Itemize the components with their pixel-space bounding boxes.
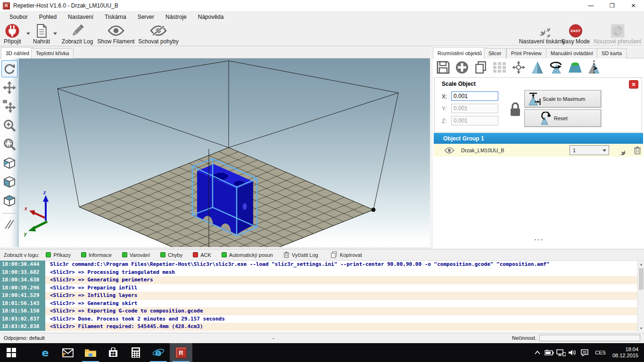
- hide-moves-button[interactable]: Schovat pohyby: [137, 23, 180, 45]
- menu-soubor[interactable]: Soubor: [4, 12, 33, 22]
- start-button[interactable]: [0, 343, 23, 362]
- tray-network-icon[interactable]: [555, 343, 567, 362]
- connection-status: Odpojeno: default: [4, 335, 45, 341]
- scale-x-input[interactable]: [451, 91, 498, 101]
- tab-slicer[interactable]: Slicer: [484, 48, 506, 58]
- tab-manual-control[interactable]: Manuální ovládání: [546, 48, 598, 58]
- copy-object-icon: [474, 61, 487, 74]
- autoposition-button[interactable]: [491, 59, 508, 75]
- restore-button[interactable]: ❐: [602, 0, 623, 12]
- move-object-button[interactable]: [1, 98, 17, 115]
- load-dropdown-caret[interactable]: [53, 33, 57, 35]
- iso-view-button[interactable]: [1, 155, 17, 172]
- close-button[interactable]: ✕: [623, 0, 644, 12]
- tab-temperature-curve[interactable]: Teplotní křivka: [31, 48, 74, 58]
- tab-sd-card[interactable]: SD karta: [597, 48, 627, 58]
- menu-pohled[interactable]: Pohled: [33, 12, 62, 22]
- menu-server[interactable]: Server: [132, 12, 160, 22]
- scale-object-button[interactable]: [529, 59, 546, 75]
- log-filter-toggle[interactable]: Informace: [81, 252, 112, 258]
- top-view-button[interactable]: [1, 192, 17, 209]
- load-button[interactable]: Nahrát: [31, 23, 52, 45]
- scroll-down-icon[interactable]: ▼: [638, 325, 644, 331]
- show-log-button[interactable]: Zobrazit Log: [59, 23, 95, 45]
- reset-scale-button[interactable]: Reset: [524, 109, 601, 127]
- easy-mode-icon: EASY: [568, 24, 584, 38]
- rotate-view-button[interactable]: [1, 60, 17, 77]
- menu-nastroje[interactable]: Nástroje: [160, 12, 192, 22]
- scale-y-input[interactable]: [451, 104, 498, 113]
- delete-object-icon[interactable]: [634, 146, 641, 155]
- menu-tiskarna[interactable]: Tiskárna: [99, 12, 132, 22]
- log-filter-toggle[interactable]: Příkazy: [46, 252, 71, 258]
- copy-object-button[interactable]: [472, 59, 489, 75]
- mirror-object-button[interactable]: [586, 59, 603, 75]
- scroll-up-icon[interactable]: ▲: [638, 261, 644, 267]
- eye-slash-icon: [150, 24, 167, 38]
- center-object-button[interactable]: [510, 59, 527, 75]
- log-filter-toggle[interactable]: Automatický posun: [222, 252, 273, 258]
- tab-print-preview[interactable]: Print Preview: [506, 48, 546, 58]
- tray-battery-icon[interactable]: [543, 343, 555, 362]
- taskbar-edge[interactable]: e: [34, 343, 57, 362]
- object-visible-icon[interactable]: [444, 147, 454, 154]
- connect-dropdown-caret[interactable]: [26, 33, 30, 35]
- object-row[interactable]: Drzak_LM10UU_B 1: [434, 144, 643, 156]
- minimize-button[interactable]: —: [580, 0, 602, 12]
- viewport-3d[interactable]: z x y: [19, 58, 430, 247]
- log-filter-toggle[interactable]: Chyby: [160, 252, 182, 258]
- taskbar-internet-explorer[interactable]: e: [147, 343, 170, 362]
- taskbar-store[interactable]: [102, 343, 124, 362]
- taskbar-mail[interactable]: [57, 343, 79, 362]
- zoom-in-icon: [3, 119, 16, 132]
- taskbar-repetier-host[interactable]: R: [170, 343, 192, 362]
- log-filter-toggle[interactable]: Varování: [122, 252, 150, 258]
- log-filter-caption: Zobrazit v logu:: [4, 252, 39, 258]
- connect-button[interactable]: Připojit: [2, 23, 23, 45]
- panel-splitter-grip[interactable]: [508, 239, 569, 241]
- log-row: 18:00:33.682<Slic3r> => Processing trian…: [0, 269, 637, 277]
- move-view-button[interactable]: [1, 79, 17, 96]
- app-icon[interactable]: R: [3, 2, 10, 9]
- log-message: <Slic3r> => Preparing infill: [45, 284, 137, 292]
- zoom-in-button[interactable]: [1, 117, 17, 134]
- tray-action-center-icon[interactable]: [578, 343, 590, 362]
- log-scrollbar[interactable]: ▲ ▼: [637, 261, 644, 331]
- copies-dropdown[interactable]: 1: [570, 145, 609, 155]
- menu-nastaveni[interactable]: Nastavení: [62, 12, 99, 22]
- easy-mode-button[interactable]: EASY Easy Mode: [561, 23, 590, 45]
- taskbar-calculator[interactable]: [124, 343, 147, 362]
- taskbar-explorer[interactable]: [79, 343, 102, 362]
- copy-log-button[interactable]: Kopírovat: [330, 251, 362, 258]
- scroll-thumb[interactable]: [639, 268, 644, 290]
- tray-language[interactable]: CES: [590, 350, 611, 355]
- parallel-projection-button[interactable]: [1, 216, 17, 233]
- svg-text:e: e: [155, 347, 162, 358]
- scale-to-maximum-button[interactable]: Scale to Maximum: [524, 90, 601, 107]
- clear-log-label: Vyčistit Log: [292, 252, 318, 258]
- emergency-stop-button[interactable]: Nouzové přerušení: [593, 23, 642, 45]
- show-filament-button[interactable]: Show Filament: [96, 23, 136, 45]
- tray-volume-icon[interactable]: [567, 343, 578, 362]
- scale-panel-close-button[interactable]: ✕: [629, 80, 638, 89]
- save-composition-button[interactable]: [435, 59, 452, 75]
- clear-log-button[interactable]: Vyčistit Log: [283, 251, 318, 258]
- scale-z-input[interactable]: [451, 116, 498, 125]
- tab-object-placement[interactable]: Rozmístění objektů: [433, 47, 487, 59]
- lay-flat-button[interactable]: [567, 59, 584, 75]
- filter-label: Chyby: [168, 252, 182, 258]
- log-message: <Slic3r> => Infilling layers: [45, 292, 137, 300]
- front-view-button[interactable]: [1, 173, 17, 190]
- lock-aspect-icon[interactable]: [509, 101, 521, 117]
- menu-napoveda[interactable]: Nápověda: [192, 12, 230, 22]
- tray-chevron-up-icon[interactable]: [531, 343, 543, 362]
- tab-3d-preview[interactable]: 3D náhled: [1, 47, 34, 59]
- filter-label: Příkazy: [53, 252, 71, 258]
- fit-view-button[interactable]: [1, 136, 17, 153]
- tray-clock[interactable]: 18:04 08.12.2015: [611, 346, 644, 359]
- rotate-object-button[interactable]: [548, 59, 565, 75]
- add-object-button[interactable]: [454, 59, 471, 75]
- object-settings-gear-icon[interactable]: [616, 146, 625, 155]
- log-filter-toggle[interactable]: ACK: [193, 252, 211, 258]
- internet-explorer-icon: e: [152, 346, 165, 359]
